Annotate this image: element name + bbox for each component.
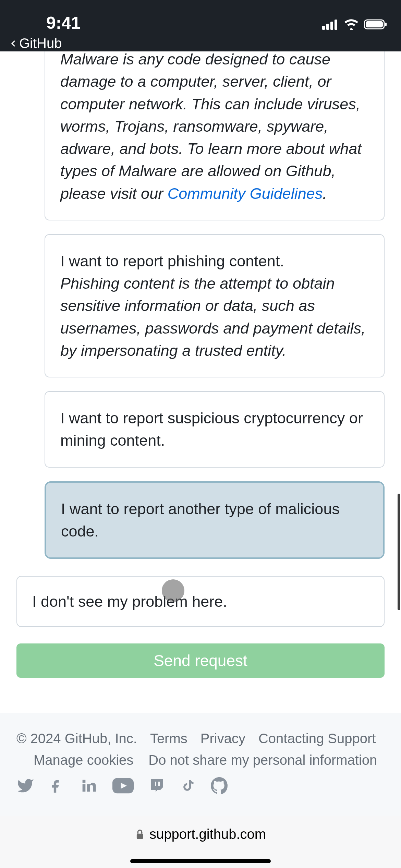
- footer-dns-link[interactable]: Do not share my personal information: [148, 752, 377, 768]
- chevron-left-icon: [10, 39, 18, 48]
- svg-rect-5: [366, 21, 383, 27]
- touch-cursor: [162, 579, 184, 602]
- github-icon[interactable]: [210, 777, 228, 795]
- option-list: Malware is any code designed to cause da…: [16, 51, 385, 559]
- home-indicator[interactable]: [130, 859, 271, 863]
- linkedin-icon[interactable]: [80, 777, 97, 795]
- svg-rect-0: [322, 26, 325, 30]
- back-to-app-label: GitHub: [19, 36, 62, 51]
- option-other-malicious-title: I want to report another type of malicio…: [61, 500, 340, 540]
- option-phishing[interactable]: I want to report phishing content. Phish…: [45, 234, 385, 377]
- option-none[interactable]: I don't see my problem here.: [16, 576, 385, 627]
- browser-url-bar[interactable]: support.github.com: [0, 816, 401, 868]
- page-content: Malware is any code designed to cause da…: [0, 51, 401, 713]
- twitter-icon[interactable]: [16, 777, 34, 795]
- svg-rect-1: [326, 24, 329, 30]
- wifi-icon: [343, 19, 359, 30]
- option-other-malicious[interactable]: I want to report another type of malicio…: [45, 481, 385, 559]
- option-phishing-desc: Phishing content is the attempt to obtai…: [60, 275, 365, 359]
- community-guidelines-link[interactable]: Community Guidelines: [168, 185, 323, 202]
- facebook-icon[interactable]: [49, 777, 64, 795]
- send-request-button[interactable]: Send request: [16, 643, 385, 678]
- svg-rect-3: [335, 20, 337, 30]
- youtube-icon[interactable]: [112, 778, 134, 794]
- option-phishing-title: I want to report phishing content.: [60, 252, 284, 270]
- tiktok-icon[interactable]: [180, 777, 195, 795]
- footer-cookies-link[interactable]: Manage cookies: [34, 752, 133, 768]
- twitch-icon[interactable]: [149, 777, 165, 795]
- status-icons: [322, 19, 387, 30]
- option-crypto-title: I want to report suspicious cryptocurren…: [60, 409, 363, 449]
- status-bar: 9:41 GitHub: [0, 0, 401, 51]
- svg-rect-6: [385, 23, 387, 26]
- svg-rect-2: [330, 22, 333, 30]
- footer-privacy-link[interactable]: Privacy: [200, 731, 245, 746]
- cellular-icon: [322, 19, 339, 30]
- svg-rect-8: [137, 833, 143, 839]
- footer-social: [16, 777, 385, 795]
- footer-contact-link[interactable]: Contacting Support: [258, 731, 376, 746]
- scroll-indicator[interactable]: [398, 494, 400, 610]
- option-none-title: I don't see my problem here.: [32, 593, 227, 610]
- page-footer: © 2024 GitHub, Inc. Terms Privacy Contac…: [0, 713, 401, 816]
- status-time: 9:41: [46, 13, 81, 33]
- lock-icon: [135, 829, 145, 840]
- option-malware[interactable]: Malware is any code designed to cause da…: [45, 51, 385, 220]
- option-crypto[interactable]: I want to report suspicious cryptocurren…: [45, 391, 385, 468]
- battery-icon: [364, 19, 387, 30]
- url-text: support.github.com: [149, 827, 266, 842]
- footer-copyright: © 2024 GitHub, Inc.: [16, 731, 137, 746]
- option-malware-desc: Malware is any code designed to cause da…: [60, 51, 362, 202]
- back-to-app-button[interactable]: GitHub: [10, 36, 62, 51]
- footer-terms-link[interactable]: Terms: [150, 731, 187, 746]
